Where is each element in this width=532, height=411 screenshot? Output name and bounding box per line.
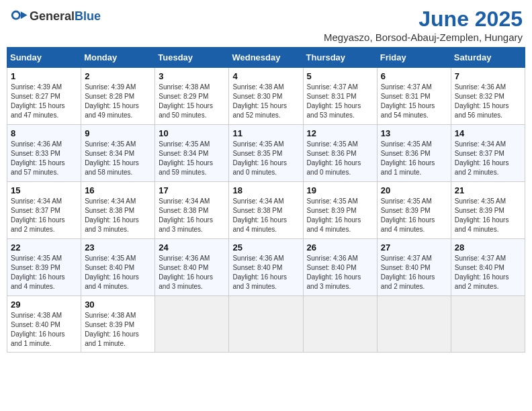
day-detail: Sunrise: 4:35 AMSunset: 8:35 PMDaylight:… xyxy=(232,140,299,177)
day-number: 18 xyxy=(232,185,299,195)
day-detail: Sunrise: 4:35 AMSunset: 8:39 PMDaylight:… xyxy=(11,254,77,291)
day-detail: Sunrise: 4:35 AMSunset: 8:39 PMDaylight:… xyxy=(455,197,521,234)
calendar-cell: 13Sunrise: 4:35 AMSunset: 8:36 PMDayligh… xyxy=(377,125,451,182)
day-detail: Sunrise: 4:39 AMSunset: 8:27 PMDaylight:… xyxy=(11,83,77,120)
calendar-cell: 30Sunrise: 4:38 AMSunset: 8:39 PMDayligh… xyxy=(81,296,155,353)
calendar-cell: 25Sunrise: 4:36 AMSunset: 8:40 PMDayligh… xyxy=(229,239,303,296)
day-detail: Sunrise: 4:38 AMSunset: 8:30 PMDaylight:… xyxy=(232,83,299,120)
day-detail: Sunrise: 4:34 AMSunset: 8:37 PMDaylight:… xyxy=(11,197,77,234)
calendar-cell: 27Sunrise: 4:37 AMSunset: 8:40 PMDayligh… xyxy=(377,239,451,296)
calendar-cell: 12Sunrise: 4:35 AMSunset: 8:36 PMDayligh… xyxy=(303,125,377,182)
calendar-cell: 24Sunrise: 4:36 AMSunset: 8:40 PMDayligh… xyxy=(155,239,229,296)
calendar-cell: 17Sunrise: 4:34 AMSunset: 8:38 PMDayligh… xyxy=(155,182,229,239)
day-detail: Sunrise: 4:36 AMSunset: 8:40 PMDaylight:… xyxy=(232,254,299,291)
weekday-header-sunday: Sunday xyxy=(7,48,81,68)
day-detail: Sunrise: 4:36 AMSunset: 8:40 PMDaylight:… xyxy=(159,254,225,291)
day-number: 6 xyxy=(381,71,447,81)
weekday-header-monday: Monday xyxy=(81,48,155,68)
day-detail: Sunrise: 4:34 AMSunset: 8:37 PMDaylight:… xyxy=(455,140,521,177)
day-detail: Sunrise: 4:38 AMSunset: 8:39 PMDaylight:… xyxy=(85,311,151,349)
calendar-cell: 6Sunrise: 4:37 AMSunset: 8:31 PMDaylight… xyxy=(377,68,451,125)
calendar-table: SundayMondayTuesdayWednesdayThursdayFrid… xyxy=(7,47,525,353)
day-detail: Sunrise: 4:35 AMSunset: 8:34 PMDaylight:… xyxy=(85,140,151,177)
calendar-cell: 26Sunrise: 4:36 AMSunset: 8:40 PMDayligh… xyxy=(303,239,377,296)
location: Megyaszo, Borsod-Abauj-Zemplen, Hungary xyxy=(324,32,523,43)
day-number: 29 xyxy=(11,300,77,310)
day-detail: Sunrise: 4:36 AMSunset: 8:32 PMDaylight:… xyxy=(455,83,521,120)
svg-point-2 xyxy=(13,12,19,17)
header: GeneralBlue June 2025 Megyaszo, Borsod-A… xyxy=(7,7,525,43)
day-number: 22 xyxy=(11,242,77,253)
svg-marker-1 xyxy=(21,11,28,19)
calendar-cell: 4Sunrise: 4:38 AMSunset: 8:30 PMDaylight… xyxy=(229,68,303,125)
day-number: 10 xyxy=(159,128,225,138)
day-detail: Sunrise: 4:38 AMSunset: 8:40 PMDaylight:… xyxy=(11,311,77,349)
calendar-cell: 23Sunrise: 4:35 AMSunset: 8:40 PMDayligh… xyxy=(81,239,155,296)
calendar-cell: 29Sunrise: 4:38 AMSunset: 8:40 PMDayligh… xyxy=(7,296,81,353)
day-number: 23 xyxy=(85,242,151,253)
calendar-cell xyxy=(229,296,303,353)
calendar-cell: 10Sunrise: 4:35 AMSunset: 8:34 PMDayligh… xyxy=(155,125,229,182)
day-detail: Sunrise: 4:34 AMSunset: 8:38 PMDaylight:… xyxy=(159,197,225,234)
day-number: 7 xyxy=(455,71,521,81)
day-number: 11 xyxy=(232,128,299,138)
calendar-cell: 7Sunrise: 4:36 AMSunset: 8:32 PMDaylight… xyxy=(451,68,525,125)
logo-blue: Blue xyxy=(75,9,101,23)
calendar-cell: 16Sunrise: 4:34 AMSunset: 8:38 PMDayligh… xyxy=(81,182,155,239)
day-detail: Sunrise: 4:35 AMSunset: 8:39 PMDaylight:… xyxy=(381,197,447,234)
day-number: 21 xyxy=(455,185,521,195)
day-number: 2 xyxy=(85,71,151,81)
logo: GeneralBlue xyxy=(9,7,101,26)
weekday-header-saturday: Saturday xyxy=(451,48,525,68)
weekday-header-tuesday: Tuesday xyxy=(155,48,229,68)
calendar-cell: 11Sunrise: 4:35 AMSunset: 8:35 PMDayligh… xyxy=(229,125,303,182)
calendar-cell xyxy=(303,296,377,353)
day-detail: Sunrise: 4:39 AMSunset: 8:28 PMDaylight:… xyxy=(85,83,151,120)
day-number: 27 xyxy=(381,242,447,253)
day-number: 26 xyxy=(307,242,373,253)
calendar-cell xyxy=(155,296,229,353)
day-number: 1 xyxy=(11,71,77,81)
calendar-cell: 28Sunrise: 4:37 AMSunset: 8:40 PMDayligh… xyxy=(451,239,525,296)
calendar-cell: 18Sunrise: 4:34 AMSunset: 8:38 PMDayligh… xyxy=(229,182,303,239)
calendar-cell: 19Sunrise: 4:35 AMSunset: 8:39 PMDayligh… xyxy=(303,182,377,239)
calendar-cell: 20Sunrise: 4:35 AMSunset: 8:39 PMDayligh… xyxy=(377,182,451,239)
day-number: 8 xyxy=(11,128,77,138)
calendar-cell: 5Sunrise: 4:37 AMSunset: 8:31 PMDaylight… xyxy=(303,68,377,125)
day-detail: Sunrise: 4:37 AMSunset: 8:40 PMDaylight:… xyxy=(381,254,447,291)
day-number: 9 xyxy=(85,128,151,138)
weekday-header-friday: Friday xyxy=(377,48,451,68)
calendar-cell: 2Sunrise: 4:39 AMSunset: 8:28 PMDaylight… xyxy=(81,68,155,125)
day-number: 25 xyxy=(232,242,299,253)
calendar-cell: 8Sunrise: 4:36 AMSunset: 8:33 PMDaylight… xyxy=(7,125,81,182)
calendar-cell: 22Sunrise: 4:35 AMSunset: 8:39 PMDayligh… xyxy=(7,239,81,296)
calendar-cell xyxy=(451,296,525,353)
day-number: 28 xyxy=(455,242,521,253)
calendar-cell: 21Sunrise: 4:35 AMSunset: 8:39 PMDayligh… xyxy=(451,182,525,239)
day-number: 4 xyxy=(232,71,299,81)
title-area: June 2025 Megyaszo, Borsod-Abauj-Zemplen… xyxy=(324,7,523,43)
weekday-header-wednesday: Wednesday xyxy=(229,48,303,68)
calendar-cell: 9Sunrise: 4:35 AMSunset: 8:34 PMDaylight… xyxy=(81,125,155,182)
day-detail: Sunrise: 4:34 AMSunset: 8:38 PMDaylight:… xyxy=(232,197,299,234)
day-detail: Sunrise: 4:36 AMSunset: 8:33 PMDaylight:… xyxy=(11,140,77,177)
day-number: 24 xyxy=(159,242,225,253)
day-detail: Sunrise: 4:35 AMSunset: 8:36 PMDaylight:… xyxy=(381,140,447,177)
day-number: 14 xyxy=(455,128,521,138)
month-year: June 2025 xyxy=(324,7,523,32)
calendar-cell xyxy=(377,296,451,353)
day-detail: Sunrise: 4:37 AMSunset: 8:31 PMDaylight:… xyxy=(307,83,373,120)
day-detail: Sunrise: 4:35 AMSunset: 8:36 PMDaylight:… xyxy=(307,140,373,177)
calendar-cell: 15Sunrise: 4:34 AMSunset: 8:37 PMDayligh… xyxy=(7,182,81,239)
day-detail: Sunrise: 4:35 AMSunset: 8:34 PMDaylight:… xyxy=(159,140,225,177)
day-detail: Sunrise: 4:34 AMSunset: 8:38 PMDaylight:… xyxy=(85,197,151,234)
weekday-header-thursday: Thursday xyxy=(303,48,377,68)
calendar-cell: 3Sunrise: 4:38 AMSunset: 8:29 PMDaylight… xyxy=(155,68,229,125)
day-detail: Sunrise: 4:35 AMSunset: 8:40 PMDaylight:… xyxy=(85,254,151,291)
day-number: 17 xyxy=(159,185,225,195)
day-detail: Sunrise: 4:37 AMSunset: 8:40 PMDaylight:… xyxy=(455,254,521,291)
calendar-cell: 14Sunrise: 4:34 AMSunset: 8:37 PMDayligh… xyxy=(451,125,525,182)
day-number: 3 xyxy=(159,71,225,81)
logo-general: General xyxy=(30,9,75,23)
day-number: 20 xyxy=(381,185,447,195)
